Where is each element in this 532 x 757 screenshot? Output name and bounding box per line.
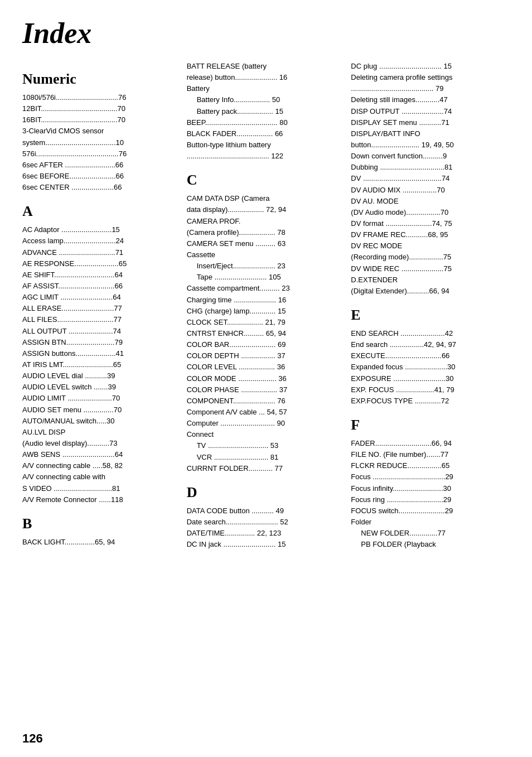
entry-file-no: FILE NO. (File number).......77 bbox=[351, 449, 504, 460]
entry-new-folder: NEW FOLDER..............77 bbox=[351, 528, 504, 539]
entry-advance: ADVANCE ............................71 bbox=[22, 247, 176, 258]
entry-3clearvid-2: system..................................… bbox=[22, 137, 176, 148]
entry-battery: Battery bbox=[187, 83, 340, 94]
entry-data-code-button: DATA CODE button ........... 49 bbox=[187, 505, 340, 517]
entry-batt-release-2: release) button..................... 16 bbox=[187, 72, 340, 83]
column-2: BATT RELEASE (battery release) button...… bbox=[181, 61, 346, 550]
entry-charging-time: Charging time ..................... 16 bbox=[187, 295, 340, 306]
entry-cam-data-dsp-2: data display).................. 72, 94 bbox=[187, 204, 340, 215]
entry-execute: EXECUTE............................66 bbox=[351, 350, 504, 361]
entry-color-bar: COLOR BAR....................... 69 bbox=[187, 339, 340, 350]
entry-exp-focus: EXP. FOCUS ...................41, 79 bbox=[351, 384, 504, 396]
entry-end-search-2: End search .................42, 94, 97 bbox=[351, 339, 504, 350]
entry-at-iris-lmt: AT IRIS LMT.........................65 bbox=[22, 359, 176, 370]
entry-computer: Computer ........................... 90 bbox=[187, 418, 340, 429]
entry-audio-level-dial: AUDIO LEVEL dial ...........39 bbox=[22, 370, 176, 382]
entry-battery-pack: Battery pack.................. 15 bbox=[187, 106, 340, 117]
entry-dv: DV .....................................… bbox=[351, 173, 504, 184]
entry-ae-response: AE RESPONSE......................65 bbox=[22, 258, 176, 269]
entry-dv-au-mode: DV AU. MODE bbox=[351, 196, 504, 207]
entry-focus-infinity: Focus infinity.........................3… bbox=[351, 483, 504, 494]
entry-display-set-menu: DISPLAY SET menu ...........71 bbox=[351, 117, 504, 128]
entry-awb-sens: AWB SENS ..........................64 bbox=[22, 449, 176, 460]
entry-af-assist: AF ASSIST............................66 bbox=[22, 281, 176, 292]
section-a-header: A bbox=[22, 203, 176, 220]
page-number: 126 bbox=[22, 731, 43, 746]
entry-component-av-cable: Component A/V cable ... 54, 57 bbox=[187, 407, 340, 418]
entry-dc-in-jack: DC IN jack .......................... 15 bbox=[187, 539, 340, 550]
entry-12bit: 12BIT...................................… bbox=[22, 103, 176, 114]
entry-6sec-before: 6sec BEFORE.......................66 bbox=[22, 171, 176, 182]
entry-back-light: BACK LIGHT...............65, 94 bbox=[22, 537, 176, 548]
entry-camera-prof-2: (Camera profile).................. 78 bbox=[187, 227, 340, 238]
section-f-header: F bbox=[351, 417, 504, 433]
entry-dv-rec-mode-2: (Recording mode).................75 bbox=[351, 252, 504, 263]
entry-assign-btn: ASSIGN BTN........................79 bbox=[22, 337, 176, 348]
entry-color-phase: COLOR PHASE .................. 37 bbox=[187, 384, 340, 396]
section-numeric-header: Numeric bbox=[22, 71, 176, 88]
entry-connect-tv: TV .............................. 53 bbox=[187, 440, 340, 451]
entry-16bit: 16BIT...................................… bbox=[22, 114, 176, 126]
entry-1080i: 1080i/576i..............................… bbox=[22, 92, 176, 103]
entry-cntrst-enhcr: CNTRST ENHCR.......... 65, 94 bbox=[187, 328, 340, 339]
entry-batt-release: BATT RELEASE (battery bbox=[187, 61, 340, 72]
entry-component: COMPONENT..................... 76 bbox=[187, 396, 340, 407]
section-b-header: B bbox=[22, 515, 176, 532]
entry-end-search: END SEARCH ......................42 bbox=[351, 328, 504, 339]
entry-d-extender: D.EXTENDER bbox=[351, 274, 504, 286]
entry-cassette-insert: Insert/Eject..................... 23 bbox=[187, 261, 340, 272]
entry-beep: BEEP....................................… bbox=[187, 117, 340, 128]
entry-display-batt-info-2: button........................ 19, 49, 5… bbox=[351, 139, 504, 151]
entry-currnt-folder: CURRNT FOLDER............ 77 bbox=[187, 463, 340, 474]
entry-focus-switch: FOCUS switch.......................29 bbox=[351, 505, 504, 517]
entry-auto-manual-switch: AUTO/MANUAL switch.....30 bbox=[22, 416, 176, 427]
entry-display-batt-info: DISPLAY/BATT INFO bbox=[351, 128, 504, 139]
entry-connect: Connect bbox=[187, 429, 340, 440]
entry-au-lvl-disp-2: (Audio level display)...........73 bbox=[22, 438, 176, 449]
page-title: Index bbox=[22, 17, 510, 50]
entry-deleting-still-images: Deleting still images............47 bbox=[351, 94, 504, 105]
entry-connect-vcr: VCR ........................... 81 bbox=[187, 452, 340, 463]
entry-ae-shift: AE SHIFT..............................64 bbox=[22, 269, 176, 281]
column-1: Numeric 1080i/576i......................… bbox=[22, 61, 181, 550]
entry-dv-rec-mode: DV REC MODE bbox=[351, 240, 504, 252]
entry-6sec-after: 6sec AFTER .........................66 bbox=[22, 160, 176, 171]
entry-button-type-lithium-2: ........................................… bbox=[187, 151, 340, 162]
entry-dc-plug: DC plug ............................... … bbox=[351, 61, 504, 72]
section-e-header: E bbox=[351, 307, 504, 324]
entry-cassette: Cassette bbox=[187, 249, 340, 261]
entry-focus-ring: Focus ring ............................2… bbox=[351, 494, 504, 505]
entry-audio-level-switch: AUDIO LEVEL switch .......39 bbox=[22, 382, 176, 393]
entry-agc-limit: AGC LIMIT ..........................64 bbox=[22, 292, 176, 303]
entry-cassette-tape: Tape .......................... 105 bbox=[187, 272, 340, 283]
entry-fader: FADER............................66, 94 bbox=[351, 438, 504, 449]
column-3: DC plug ............................... … bbox=[345, 61, 510, 550]
entry-ac-adaptor: AC Adaptor .........................15 bbox=[22, 224, 176, 235]
entry-cam-data-dsp: CAM DATA DSP (Camera bbox=[187, 193, 340, 204]
entry-dubbing: Dubbing ................................… bbox=[351, 162, 504, 173]
entry-exposure: EXPOSURE ..........................30 bbox=[351, 373, 504, 384]
entry-chg-lamp: CHG (charge) lamp............. 15 bbox=[187, 306, 340, 317]
entry-deleting-camera-profile-2: ........................................… bbox=[351, 83, 504, 94]
entry-color-depth: COLOR DEPTH ................. 37 bbox=[187, 350, 340, 361]
entry-assign-buttons: ASSIGN buttons....................41 bbox=[22, 348, 176, 359]
entry-all-erase: ALL ERASE..........................77 bbox=[22, 303, 176, 314]
entry-d-extender-2: (Digital Extender)...........66, 94 bbox=[351, 286, 504, 297]
entry-all-files: ALL FILES............................77 bbox=[22, 314, 176, 325]
entry-cassette-compartment: Cassette compartment.......... 23 bbox=[187, 283, 340, 294]
entry-color-mode: COLOR MODE ................... 36 bbox=[187, 373, 340, 384]
entry-black-fader: BLACK FADER.................. 66 bbox=[187, 128, 340, 139]
entry-disp-output: DISP OUTPUT .....................74 bbox=[351, 106, 504, 117]
entry-expanded-focus: Expanded focus .....................30 bbox=[351, 361, 504, 373]
entry-button-type-lithium: Button-type lithium battery bbox=[187, 139, 340, 151]
entry-audio-set-menu: AUDIO SET menu ...............70 bbox=[22, 404, 176, 416]
entry-dv-frame-rec: DV FRAME REC...........68, 95 bbox=[351, 229, 504, 240]
entry-dv-format: DV format .......................74, 75 bbox=[351, 218, 504, 229]
entry-av-cable-svideo-2: S VIDEO .............................81 bbox=[22, 483, 176, 494]
entry-3clearvid: 3-ClearVid CMOS sensor bbox=[22, 126, 176, 137]
entry-date-search: Date search.......................... 52 bbox=[187, 517, 340, 528]
entry-dv-wide-rec: DV WIDE REC .....................75 bbox=[351, 263, 504, 274]
entry-all-output: ALL OUTPUT ......................74 bbox=[22, 326, 176, 337]
section-c-header: C bbox=[187, 172, 340, 189]
entry-dv-audio-mix: DV AUDIO MIX .................70 bbox=[351, 185, 504, 196]
